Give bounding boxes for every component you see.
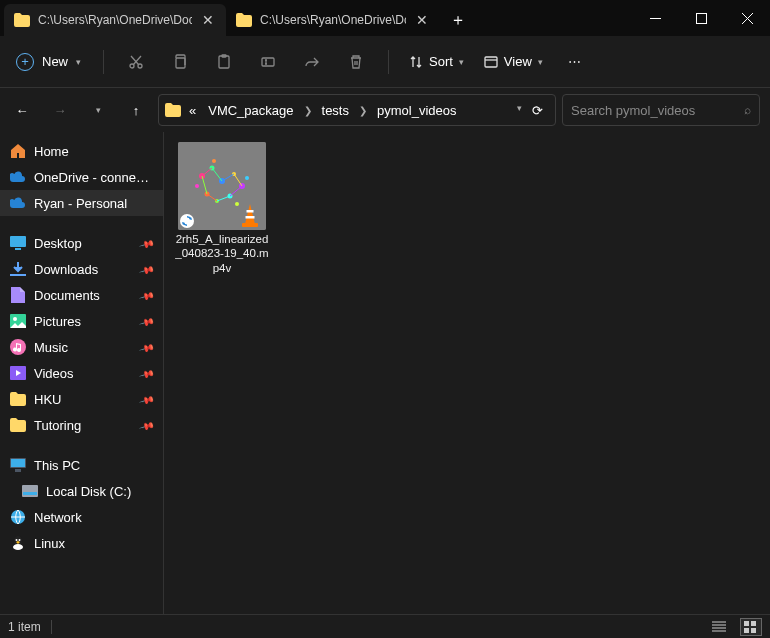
svg-rect-18: [15, 469, 21, 472]
sidebar-item-videos[interactable]: Videos 📌: [0, 360, 163, 386]
pin-icon: 📌: [139, 313, 155, 329]
more-button[interactable]: ⋯: [555, 44, 595, 80]
sidebar-item-onedrive-personal[interactable]: Ryan - Personal: [0, 190, 163, 216]
music-icon: [10, 339, 26, 355]
recent-button[interactable]: ▾: [82, 94, 114, 126]
sidebar-item-onedrive[interactable]: OneDrive - connect.h: [0, 164, 163, 190]
tab[interactable]: C:\Users\Ryan\OneDrive\Docu ✕: [226, 4, 440, 36]
sort-button[interactable]: Sort ▾: [401, 48, 472, 75]
forward-button[interactable]: →: [44, 94, 76, 126]
share-button[interactable]: [292, 44, 332, 80]
close-icon[interactable]: ✕: [414, 12, 430, 28]
sidebar-item-network[interactable]: Network: [0, 504, 163, 530]
minimize-button[interactable]: [632, 0, 678, 36]
sidebar-item-music[interactable]: Music 📌: [0, 334, 163, 360]
pin-icon: 📌: [139, 417, 155, 433]
copy-button[interactable]: [160, 44, 200, 80]
svg-rect-43: [744, 621, 749, 626]
pin-icon: 📌: [139, 339, 155, 355]
details-view-button[interactable]: [708, 618, 730, 636]
network-icon: [10, 509, 26, 525]
sidebar-item-downloads[interactable]: Downloads 📌: [0, 256, 163, 282]
breadcrumb-part[interactable]: VMC_package: [204, 101, 297, 120]
svg-point-14: [10, 339, 26, 355]
maximize-button[interactable]: [678, 0, 724, 36]
svg-rect-42: [242, 223, 258, 227]
delete-button[interactable]: [336, 44, 376, 80]
svg-rect-17: [11, 459, 25, 467]
linux-icon: [10, 535, 26, 551]
folder-icon: [14, 12, 30, 28]
svg-point-23: [13, 544, 23, 550]
content-area[interactable]: 2rh5_A_linearized_040823-19_40.mp4v: [164, 132, 770, 614]
up-button[interactable]: ↑: [120, 94, 152, 126]
toolbar: + New ▾ Sort ▾ View ▾ ⋯: [0, 36, 770, 88]
disk-icon: [22, 483, 38, 499]
file-thumbnail: [178, 142, 266, 230]
new-tab-button[interactable]: ＋: [440, 4, 476, 36]
downloads-icon: [10, 261, 26, 277]
folder-icon: [10, 417, 26, 433]
breadcrumb-part[interactable]: tests: [318, 101, 353, 120]
pc-icon: [10, 457, 26, 473]
sidebar-item-linux[interactable]: Linux: [0, 530, 163, 556]
close-icon[interactable]: ✕: [200, 12, 216, 28]
sidebar-item-home[interactable]: Home: [0, 138, 163, 164]
view-label: View: [504, 54, 532, 69]
pin-icon: 📌: [139, 261, 155, 277]
view-icon: [484, 55, 498, 69]
sidebar-item-tutoring[interactable]: Tutoring 📌: [0, 412, 163, 438]
back-button[interactable]: ←: [6, 94, 38, 126]
status-bar: 1 item: [0, 614, 770, 638]
address-bar: ← → ▾ ↑ « VMC_package ❯ tests ❯ pymol_vi…: [0, 88, 770, 132]
svg-rect-7: [262, 58, 274, 66]
svg-point-37: [235, 202, 239, 206]
chevron-down-icon[interactable]: ▾: [517, 103, 522, 118]
breadcrumb-overflow[interactable]: «: [185, 101, 200, 120]
desktop-icon: [10, 235, 26, 251]
icons-view-button[interactable]: [740, 618, 762, 636]
search-input[interactable]: [571, 103, 744, 118]
view-button[interactable]: View ▾: [476, 48, 551, 75]
tab-active[interactable]: C:\Users\Ryan\OneDrive\Docu ✕: [4, 4, 226, 36]
sidebar: Home OneDrive - connect.h Ryan - Persona…: [0, 132, 164, 614]
paste-button[interactable]: [204, 44, 244, 80]
svg-point-38: [212, 159, 216, 163]
svg-rect-19: [22, 485, 38, 497]
breadcrumb-part[interactable]: pymol_videos: [373, 101, 461, 120]
sidebar-item-this-pc[interactable]: This PC: [0, 452, 163, 478]
sidebar-item-pictures[interactable]: Pictures 📌: [0, 308, 163, 334]
svg-rect-0: [650, 18, 661, 19]
cloud-icon: [10, 169, 26, 185]
svg-rect-45: [744, 628, 749, 633]
svg-rect-41: [246, 216, 255, 219]
videos-icon: [10, 365, 26, 381]
search-icon[interactable]: ⌕: [744, 103, 751, 117]
svg-point-24: [16, 539, 18, 541]
refresh-button[interactable]: ⟳: [532, 103, 543, 118]
cut-button[interactable]: [116, 44, 156, 80]
documents-icon: [10, 287, 26, 303]
folder-icon: [10, 391, 26, 407]
pin-icon: 📌: [139, 287, 155, 303]
close-button[interactable]: [724, 0, 770, 36]
window-controls: [632, 0, 770, 36]
svg-point-35: [195, 184, 199, 188]
chevron-down-icon: ▾: [538, 57, 543, 67]
svg-rect-10: [15, 248, 21, 250]
sidebar-item-hku[interactable]: HKU 📌: [0, 386, 163, 412]
sidebar-item-documents[interactable]: Documents 📌: [0, 282, 163, 308]
svg-rect-46: [751, 628, 756, 633]
sort-icon: [409, 55, 423, 69]
search-box[interactable]: ⌕: [562, 94, 760, 126]
rename-button[interactable]: [248, 44, 288, 80]
svg-rect-9: [10, 236, 26, 247]
pin-icon: 📌: [139, 365, 155, 381]
breadcrumb[interactable]: « VMC_package ❯ tests ❯ pymol_videos ▾ ⟳: [158, 94, 556, 126]
sidebar-item-local-disk[interactable]: Local Disk (C:): [0, 478, 163, 504]
sort-label: Sort: [429, 54, 453, 69]
svg-rect-44: [751, 621, 756, 626]
file-item[interactable]: 2rh5_A_linearized_040823-19_40.mp4v: [174, 142, 270, 275]
new-button[interactable]: + New ▾: [6, 47, 91, 77]
sidebar-item-desktop[interactable]: Desktop 📌: [0, 230, 163, 256]
